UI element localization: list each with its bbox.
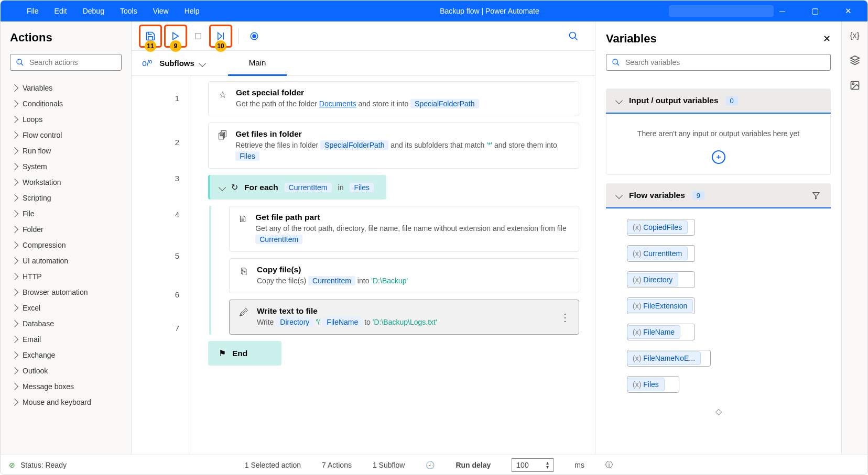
menu-view[interactable]: View [153, 7, 169, 15]
action-cat-excel[interactable]: Excel [10, 300, 122, 316]
ms-label: ms [574, 461, 584, 469]
flow-vars-header[interactable]: Flow variables 9 [606, 183, 831, 208]
variables-search[interactable] [606, 54, 831, 71]
minimize-icon[interactable]: ─ [779, 7, 785, 16]
info-icon[interactable]: ⓘ [605, 460, 613, 470]
delay-icon: 🕘 [426, 461, 435, 469]
action-cat-system[interactable]: System [10, 159, 122, 174]
rail-variables-icon[interactable]: {x} [850, 31, 860, 40]
var-files2[interactable]: Files [350, 183, 374, 192]
tabs-row: o/º Subflows Main [132, 51, 595, 76]
action-cat-flowcontrol[interactable]: Flow control [10, 127, 122, 143]
run-button[interactable]: 9 [164, 25, 187, 48]
main-menu: File Edit Debug Tools View Help [1, 7, 200, 15]
action-cat-loops[interactable]: Loops [10, 112, 122, 127]
subflows-dropdown[interactable]: Subflows [159, 59, 205, 68]
step-copy-files[interactable]: ⎘ Copy file(s) Copy the file(s) CurrentI… [229, 258, 579, 293]
var-files[interactable]: Files [235, 151, 259, 161]
flow-var[interactable]: (x) CurrentItem [627, 245, 810, 262]
action-cat-email[interactable]: Email [10, 332, 122, 347]
close-icon[interactable]: ✕ [845, 6, 852, 16]
user-chip[interactable] [669, 5, 774, 17]
close-variables-icon[interactable]: ✕ [823, 33, 831, 45]
step-badge: 10 [215, 40, 226, 52]
var-ci[interactable]: CurrentItem [255, 235, 302, 244]
play-icon [171, 31, 180, 41]
filter-icon[interactable] [812, 191, 820, 200]
foreach-block[interactable]: ↻ For each CurrentItem in Files [208, 175, 386, 200]
erase-icon[interactable]: ◇ [606, 406, 831, 416]
action-cat-browser[interactable]: Browser automation [10, 284, 122, 300]
action-cat-mouse[interactable]: Mouse and keyboard [10, 394, 122, 410]
rail-layers-icon[interactable] [850, 55, 860, 65]
action-cat-database[interactable]: Database [10, 316, 122, 332]
flow-var[interactable]: (x) FileName [627, 324, 810, 340]
flow-var[interactable]: (x) CopiedFiles [627, 219, 810, 236]
io-vars-header[interactable]: Input / output variables 0 [606, 89, 831, 114]
flow-search-button[interactable] [570, 27, 588, 45]
var-currentitem[interactable]: CurrentItem [285, 183, 332, 192]
action-cat-conditionals[interactable]: Conditionals [10, 96, 122, 112]
action-cat-scripting[interactable]: Scripting [10, 190, 122, 206]
variables-panel: Variables ✕ Input / output variables 0 T… [595, 21, 841, 455]
tab-main[interactable]: Main [228, 51, 287, 76]
add-io-var-button[interactable]: ＋ [712, 150, 725, 164]
step-get-files[interactable]: 🗐 Get files in folder Retrieve the files… [208, 123, 579, 169]
stop-button[interactable] [189, 27, 207, 45]
collapse-icon[interactable] [219, 183, 226, 191]
flow-var[interactable]: (x) FileNameNoE... [627, 350, 810, 367]
action-cat-uiautomation[interactable]: UI automation [10, 253, 122, 269]
svg-point-15 [852, 83, 854, 84]
step-button[interactable]: 10 [209, 25, 232, 48]
flow-var[interactable]: (x) FileExtension [627, 297, 810, 314]
actions-search[interactable] [10, 54, 122, 71]
rail-image-icon[interactable] [850, 80, 860, 91]
variables-title: Variables [606, 32, 657, 46]
variables-search-input[interactable] [625, 58, 825, 67]
menu-help[interactable]: Help [185, 7, 200, 15]
svg-marker-12 [813, 193, 819, 199]
var-sfp[interactable]: SpecialFolderPath [320, 140, 388, 150]
maximize-icon[interactable]: ▢ [811, 6, 819, 16]
menu-file[interactable]: File [27, 7, 39, 15]
run-delay-input[interactable]: 100▴▾ [512, 458, 554, 472]
action-cat-http[interactable]: HTTP [10, 269, 122, 284]
run-badge: 9 [170, 40, 181, 52]
var-fname[interactable]: FileName [322, 317, 362, 327]
record-button[interactable] [245, 27, 263, 45]
action-cat-file[interactable]: File [10, 206, 122, 222]
var-dir[interactable]: Directory [276, 317, 313, 327]
action-cat-variables[interactable]: Variables [10, 80, 122, 96]
svg-line-1 [21, 63, 23, 65]
search-icon [16, 58, 24, 67]
step-get-filepath[interactable]: 🗎 Get file path part Get any of the root… [229, 206, 579, 252]
var-specialfolderpath[interactable]: SpecialFolderPath [410, 99, 479, 108]
action-cat-outlook[interactable]: Outlook [10, 363, 122, 379]
flow-var[interactable]: (x) Directory [627, 271, 810, 288]
step-next-icon [216, 31, 225, 41]
svg-marker-4 [218, 32, 222, 40]
action-cat-compression[interactable]: Compression [10, 237, 122, 253]
more-actions-icon[interactable]: ⋮ [560, 311, 570, 324]
actions-search-input[interactable] [29, 58, 121, 67]
loop-icon: ↻ [231, 182, 238, 192]
menu-tools[interactable]: Tools [120, 7, 137, 15]
documents-link[interactable]: Documents [319, 100, 356, 108]
var-ci2[interactable]: CurrentItem [308, 276, 355, 285]
action-cat-workstation[interactable]: Workstation [10, 174, 122, 190]
action-cat-exchange[interactable]: Exchange [10, 347, 122, 363]
save-button[interactable]: 11 [139, 25, 162, 48]
flow-var[interactable]: (x) Files [627, 376, 810, 393]
end-block[interactable]: ⚑ End [208, 341, 281, 366]
subflow-count: 1 Subflow [373, 461, 405, 469]
save-badge: 11 [145, 40, 156, 52]
record-icon [249, 31, 259, 41]
status-text: Status: Ready [20, 461, 67, 469]
menu-debug[interactable]: Debug [83, 7, 104, 15]
menu-edit[interactable]: Edit [55, 7, 67, 15]
step-get-special-folder[interactable]: ☆ Get special folder Get the path of the… [208, 81, 579, 116]
action-cat-folder[interactable]: Folder [10, 222, 122, 237]
step-write-text[interactable]: 🖉 Write text to file Write Directory '\'… [229, 300, 579, 335]
action-cat-msgboxes[interactable]: Message boxes [10, 379, 122, 394]
action-cat-runflow[interactable]: Run flow [10, 143, 122, 159]
